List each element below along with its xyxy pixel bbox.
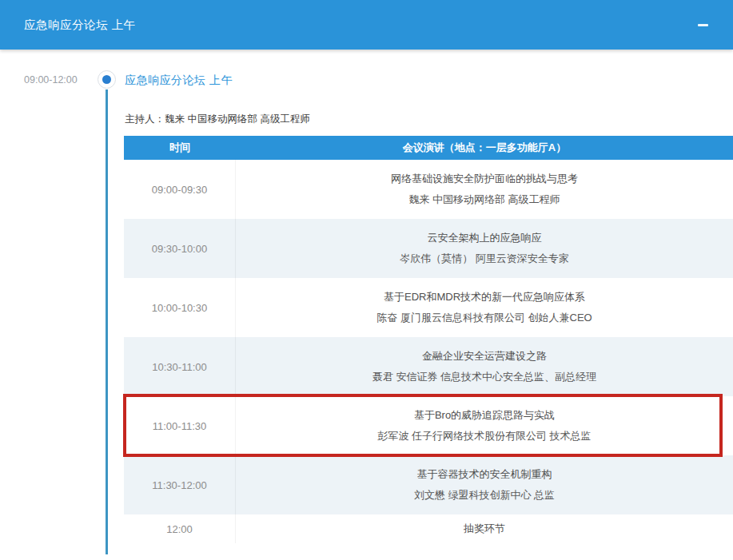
table-row[interactable]: 12:00 抽奖环节 [124,514,733,543]
session-speaker: 魏来 中国移动网络部 高级工程师 [244,193,725,207]
schedule-body: 09:00-09:30 网络基础设施安全防护面临的挑战与思考 魏来 中国移动网络… [124,160,733,543]
session-title: 基于EDR和MDR技术的新一代应急响应体系 [244,290,725,304]
table-row[interactable]: 10:00-10:30 基于EDR和MDR技术的新一代应急响应体系 陈奋 厦门服… [124,278,733,337]
session-time: 12:00 [124,514,236,543]
session-title: 基于Bro的威胁追踪思路与实战 [244,408,725,423]
minus-icon [698,24,708,26]
session-content: 抽奖环节 [236,514,733,543]
session-content: 基于容器技术的安全机制重构 刘文懋 绿盟科技创新中心 总监 [236,455,733,514]
table-row[interactable]: 10:30-11:00 金融企业安全运营建设之路 聂君 安信证券 信息技术中心安… [124,337,733,396]
session-title: 金融企业安全运营建设之路 [244,349,725,363]
collapse-button[interactable] [695,18,711,31]
session-time: 09:30-10:00 [124,219,236,278]
schedule-table: 时间 会议演讲（地点：一层多功能厅A） 09:00-09:30 网络基础设施安全… [124,136,733,543]
session-content: 基于EDR和MDR技术的新一代应急响应体系 陈奋 厦门服云信息科技有限公司 创始… [236,278,733,337]
timeline-time-range: 09:00-12:00 [24,74,78,85]
session-time: 11:30-12:00 [124,455,236,514]
section-header-bar[interactable]: 应急响应分论坛 上午 [0,0,733,50]
session-content: 网络基础设施安全防护面临的挑战与思考 魏来 中国移动网络部 高级工程师 [236,160,733,219]
session-title: 云安全架构上的应急响应 [244,231,725,245]
session-content: 云安全架构上的应急响应 岑欣伟（莫情） 阿里云资深安全专家 [236,219,733,278]
session-speaker: 刘文懋 绿盟科技创新中心 总监 [244,488,725,502]
session-time: 10:00-10:30 [124,278,236,337]
section-title: 应急响应分论坛 上午 [125,73,233,88]
session-speaker: 彭军波 任子行网络技术股份有限公司 技术总监 [244,429,725,443]
session-speaker: 陈奋 厦门服云信息科技有限公司 创始人兼CEO [244,311,725,325]
table-row[interactable]: 09:00-09:30 网络基础设施安全防护面临的挑战与思考 魏来 中国移动网络… [124,160,733,219]
table-row[interactable]: 09:30-10:00 云安全架构上的应急响应 岑欣伟（莫情） 阿里云资深安全专… [124,219,733,278]
session-time: 09:00-09:30 [124,160,236,219]
session-speaker: 聂君 安信证券 信息技术中心安全总监、副总经理 [244,370,725,384]
session-time: 11:00-11:30 [124,396,236,455]
session-title: 抽奖环节 [244,522,725,536]
session-title: 基于容器技术的安全机制重构 [244,467,725,482]
session-content: 基于Bro的威胁追踪思路与实战 彭军波 任子行网络技术股份有限公司 技术总监 [236,396,733,455]
column-header-session: 会议演讲（地点：一层多功能厅A） [236,136,733,160]
timeline-line [106,89,108,554]
table-row[interactable]: 11:00-11:30 基于Bro的威胁追踪思路与实战 彭军波 任子行网络技术股… [124,396,733,455]
schedule-table-header: 时间 会议演讲（地点：一层多功能厅A） [124,136,733,160]
section-header-title: 应急响应分论坛 上午 [24,0,136,50]
timeline-dot-icon [98,70,116,89]
session-speaker: 岑欣伟（莫情） 阿里云资深安全专家 [244,252,725,266]
session-time: 10:30-11:00 [124,337,236,396]
table-row[interactable]: 11:30-12:00 基于容器技术的安全机制重构 刘文懋 绿盟科技创新中心 总… [124,455,733,514]
session-title: 网络基础设施安全防护面临的挑战与思考 [244,172,725,186]
column-header-time: 时间 [124,136,236,160]
session-content: 金融企业安全运营建设之路 聂君 安信证券 信息技术中心安全总监、副总经理 [236,337,733,396]
moderator-line: 主持人：魏来 中国移动网络部 高级工程师 [125,113,310,126]
agenda-page: 应急响应分论坛 上午 09:00-12:00 应急响应分论坛 上午 主持人：魏来… [0,0,733,560]
